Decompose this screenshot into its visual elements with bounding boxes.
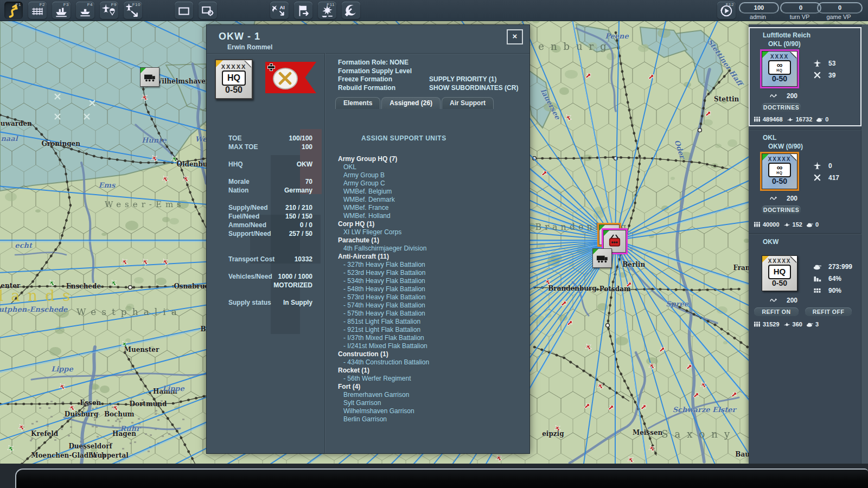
sidebar-unit-counter[interactable]: XXXXX∞HQ0-50 <box>762 153 797 189</box>
crossed-batons-icon <box>273 68 298 89</box>
fkey-label: F12 <box>726 2 734 7</box>
assigned-unit-link[interactable]: - 534th Heavy Flak Battalion <box>338 277 522 285</box>
assigned-unit-link[interactable]: - 548th Heavy Flak Battalion <box>338 285 522 293</box>
unit-counter[interactable]: XXXXX HQ 0-50 <box>215 59 253 99</box>
refit-on-button[interactable]: REFIT ON <box>754 307 799 316</box>
assigned-unit-link[interactable]: Wilhelmshaven Garrison <box>338 407 522 415</box>
assigned-unit-link[interactable]: WMBef. Belgium <box>338 188 522 196</box>
vp-counter-admin: 100 <box>739 2 779 14</box>
assigned-unit-link[interactable]: Bremerhaven Garrison <box>338 391 522 399</box>
assigned-unit-link[interactable]: - 56th Werfer Regiment <box>338 375 522 383</box>
unit-mode-value: 0-50 <box>216 86 252 94</box>
refit-off-button[interactable]: REFIT OFF <box>805 307 852 316</box>
air-drop-button[interactable]: F9 <box>100 2 118 19</box>
stat-value: 0 / 0 <box>300 221 312 229</box>
stats-spacer <box>207 264 324 273</box>
ai-air-assist-button[interactable]: AI <box>270 2 289 19</box>
rectangle-icon <box>177 4 191 18</box>
rail-transport-button[interactable]: F2 <box>28 2 47 19</box>
amphibious-transport-button[interactable]: F4 <box>76 2 94 19</box>
battle-locator-button[interactable] <box>175 2 193 19</box>
formation-info-line[interactable]: Formation Supply Level <box>338 67 412 76</box>
leader-corner-icon <box>762 52 769 58</box>
assigned-unit-link[interactable]: XI LW Flieger Corps <box>338 228 522 236</box>
air-transfer-button[interactable]: F10 <box>124 2 142 19</box>
assigned-unit-link[interactable]: - 921st Light Flak Battalion <box>338 326 522 334</box>
fkey-label: F3 <box>63 2 69 7</box>
assigned-unit-link[interactable]: Army Group B <box>338 171 522 179</box>
sidebar-scroll-strip[interactable] <box>861 24 868 464</box>
crossed-icon <box>813 70 822 80</box>
ground-attack-button[interactable]: F11 <box>318 2 336 19</box>
assigned-unit-link[interactable]: - 574th Heavy Flak Battalion <box>338 301 522 310</box>
unit-type-symbol: ∞HQ <box>768 163 791 177</box>
stat-value: In Supply <box>283 299 312 306</box>
formation-command-link[interactable]: SHOW SUBORDINATES (CR) <box>429 84 518 93</box>
assigned-unit-link[interactable]: Berlin Garrison <box>338 415 522 423</box>
aircraft-icon <box>813 59 822 68</box>
assigned-unit-link[interactable]: WMBef. Holland <box>338 212 522 220</box>
sidebar-unit-counter[interactable]: XXXX∞HQ0-50 <box>762 51 797 87</box>
soviet-air-button[interactable] <box>342 2 360 19</box>
map-unit-wilhelmshaven[interactable] <box>140 67 159 87</box>
supply-value: 200 <box>787 297 797 304</box>
assigned-unit-link[interactable]: Sylt Garrison <box>338 399 522 407</box>
assigned-unit-link[interactable]: - I/241st Mixed Flak Battalion <box>338 342 522 350</box>
assigned-unit-link[interactable]: - I/37th Mixed Flak Battalion <box>338 334 522 342</box>
unit-mode-value: 0-50 <box>762 75 797 83</box>
formation-info-line[interactable]: Freeze Formation <box>338 75 412 84</box>
assigned-unit-link[interactable]: Army Group C <box>338 179 522 188</box>
stats-spacer <box>207 290 324 299</box>
end-turn-button[interactable]: F12 <box>717 2 736 19</box>
formation-commands: SUPPLY PRIORITY (1)SHOW SUBORDINATES (CR… <box>429 75 518 92</box>
corner-fold-icon <box>245 60 252 67</box>
tab-air-support[interactable]: Air Support <box>442 97 494 109</box>
footer-value: 16732 <box>796 116 813 123</box>
stat-label: Vehicles/Need <box>228 273 272 280</box>
assign-support-units-link[interactable]: ASSIGN SUPPORT UNITS <box>361 134 446 142</box>
formation-info-line[interactable]: Formation Role: NONE <box>338 59 412 67</box>
unit-mode-value: 0-50 <box>762 177 797 185</box>
hq-label: HQ <box>769 69 790 72</box>
assigned-unit-link[interactable]: - 523rd Heavy Flak Battalion <box>338 269 522 277</box>
assigned-unit-link[interactable]: - 327th Heavy Flak Battalion <box>338 261 522 269</box>
tab-assigned-[interactable]: Assigned (26) <box>381 97 441 109</box>
assigned-unit-link[interactable]: - 434th Construction Battalion <box>338 358 522 367</box>
unit-stats-panel: TOE100/100MAX TOE100HHQOKWMorale70Nation… <box>207 134 324 307</box>
doctrines-button[interactable]: DOCTRINES <box>762 206 801 214</box>
formation-info-line[interactable]: Rebuild Formation <box>338 84 412 93</box>
window-title: OKW - 1 <box>219 31 260 42</box>
corner-fold-icon <box>790 154 797 160</box>
move-mode-button[interactable]: F1 <box>4 2 23 19</box>
tank-icon <box>815 115 824 123</box>
commander-name: Erwin Rommel <box>227 43 272 51</box>
stat-row: Support/Need257 / 50 <box>207 230 324 239</box>
card-title: OKW <box>763 238 778 246</box>
sidebar-unit-counter[interactable]: XXXXXHQ0-50 <box>762 255 797 291</box>
fkey-label: F9 <box>111 2 117 7</box>
footer-value: 0 <box>825 116 828 123</box>
assigned-unit-link[interactable]: 4th Fallschirmjaeger Division <box>338 245 522 253</box>
assigned-unit-link[interactable]: WMBef. France <box>338 204 522 212</box>
assigned-unit-link[interactable]: - 575th Heavy Flak Battalion <box>338 310 522 318</box>
stat-row: HHQOKW <box>207 160 324 169</box>
assigned-unit-link[interactable]: WMBef. Denmark <box>338 196 522 204</box>
right-sidebar: Luftflotte ReichOKL (0/90)XXXX∞HQ0-50533… <box>749 24 868 464</box>
assigned-unit-link[interactable]: OKL <box>338 163 522 171</box>
unit-flag-icon <box>593 249 598 254</box>
footer-value: 152 <box>793 221 802 228</box>
tab-elements[interactable]: Elements <box>335 97 380 109</box>
assigned-unit-link[interactable]: - 573rd Heavy Flak Battalion <box>338 293 522 301</box>
naval-transport-button[interactable]: F3 <box>52 2 71 19</box>
map-unit-berlin-hq[interactable] <box>592 248 612 268</box>
assigned-unit-link[interactable]: - 851st Light Flak Battalion <box>338 318 522 326</box>
formation-command-link[interactable]: SUPPLY PRIORITY (1) <box>429 75 518 84</box>
stat-label: Transport Cost <box>228 255 275 263</box>
supply-value: 200 <box>787 92 797 100</box>
unit-detail-window: OKW - 1 Erwin Rommel × XXXXX HQ 0-50 TOE… <box>206 24 530 454</box>
counter-stat-row: 417 <box>813 173 839 182</box>
doctrines-button[interactable]: DOCTRINES <box>762 103 801 112</box>
map-info-button[interactable] <box>199 2 217 19</box>
air-directive-button[interactable] <box>294 2 312 19</box>
stat-label: TOE <box>228 134 241 142</box>
